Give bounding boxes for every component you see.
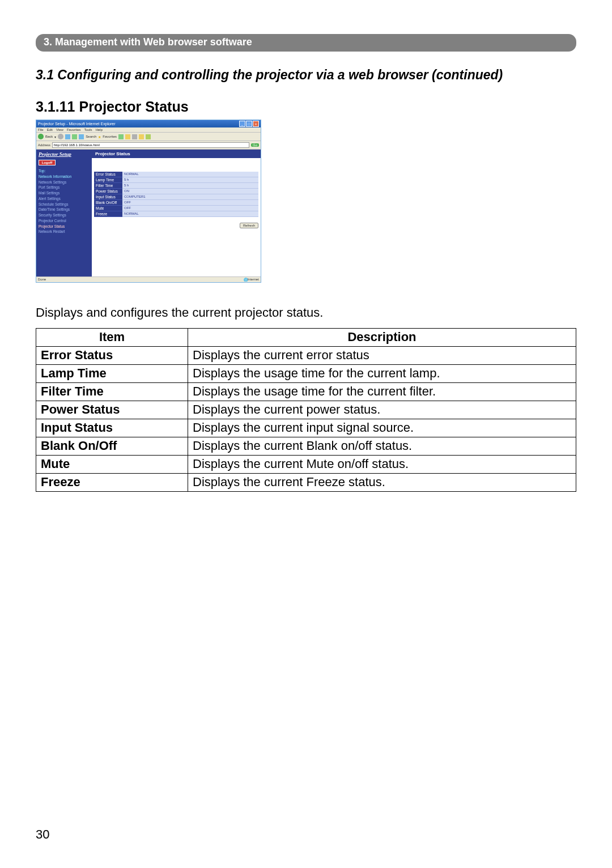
menu-item[interactable]: Edit	[47, 128, 53, 131]
status-row: FreezeNORMAL	[94, 211, 258, 217]
zone-icon: 🌐	[244, 278, 248, 282]
window-titlebar: Projector Setup - Microsoft Internet Exp…	[36, 120, 261, 127]
sidebar-item[interactable]: Mail Settings	[39, 190, 90, 196]
refresh-icon[interactable]	[72, 134, 77, 139]
table-cell-desc: Displays the current Blank on/off status…	[188, 437, 576, 456]
window-title: Projector Setup - Microsoft Internet Exp…	[38, 122, 116, 126]
status-value: ON	[122, 189, 258, 194]
back-icon[interactable]	[38, 134, 44, 139]
description-table: Item Description Error StatusDisplays th…	[36, 328, 576, 492]
table-cell-item: Lamp Time	[36, 365, 188, 383]
table-cell-desc: Displays the current input signal source…	[188, 419, 576, 437]
sidebar-item[interactable]: Security Settings	[39, 212, 90, 218]
sidebar-item[interactable]: Network Settings	[39, 180, 90, 185]
sidebar-item[interactable]: Port Settings	[39, 185, 90, 190]
table-cell-item: Error Status	[36, 347, 188, 365]
main-panel: Projector Status Error StatusNORMALLamp …	[92, 150, 261, 276]
print-icon[interactable]	[132, 134, 137, 139]
menu-item[interactable]: View	[56, 128, 63, 131]
home-icon[interactable]	[79, 134, 84, 139]
status-key: Mute	[94, 206, 122, 211]
sidebar-item[interactable]: Network Information	[39, 174, 90, 180]
status-value: 5 h	[122, 177, 258, 183]
address-label: Address	[38, 143, 50, 147]
logoff-button[interactable]: Logoff	[39, 160, 56, 165]
panel-title: Projector Status	[92, 150, 261, 158]
browser-toolbar: Back ▾ Search ★ Favorites	[36, 133, 261, 141]
sidebar-item[interactable]: Schedule Settings	[39, 202, 90, 207]
table-header-item: Item	[36, 329, 188, 347]
status-key: Blank On/Off	[94, 200, 122, 206]
sidebar-item[interactable]: Alert Settings	[39, 196, 90, 202]
mail-icon[interactable]	[125, 134, 130, 139]
status-key: Lamp Time	[94, 177, 122, 183]
status-value: NORMAL	[122, 211, 258, 217]
status-key: Filter Time	[94, 183, 122, 189]
table-cell-item: Filter Time	[36, 383, 188, 401]
status-row: Error StatusNORMAL	[94, 172, 258, 177]
table-row: MuteDisplays the current Mute on/off sta…	[36, 456, 576, 474]
refresh-button[interactable]: Refresh	[240, 223, 258, 228]
sidebar-header: Projector Setup	[39, 151, 90, 157]
address-bar: Address Go	[36, 141, 261, 150]
table-cell-item: Mute	[36, 456, 188, 474]
table-row: Input StatusDisplays the current input s…	[36, 419, 576, 437]
table-cell-desc: Displays the usage time for the current …	[188, 365, 576, 383]
table-cell-item: Blank On/Off	[36, 437, 188, 456]
forward-icon[interactable]	[58, 134, 63, 139]
menu-item[interactable]: Help	[96, 128, 103, 131]
menu-item[interactable]: Favorites	[67, 128, 81, 131]
minimize-icon[interactable]: _	[239, 121, 245, 127]
table-cell-item: Power Status	[36, 401, 188, 419]
body-text: Displays and configures the current proj…	[36, 305, 576, 320]
table-cell-item: Freeze	[36, 474, 188, 492]
sidebar-item[interactable]: Projector Control	[39, 218, 90, 224]
status-key: Input Status	[94, 194, 122, 200]
stop-icon[interactable]	[65, 134, 70, 139]
status-row: Lamp Time5 h	[94, 177, 258, 183]
table-row: Power StatusDisplays the current power s…	[36, 401, 576, 419]
browser-menu-bar: File Edit View Favorites Tools Help	[36, 127, 261, 133]
go-button[interactable]: Go	[251, 143, 259, 147]
sidebar-item[interactable]: Network Restart	[39, 229, 90, 235]
discuss-icon[interactable]	[146, 134, 151, 139]
status-row: Filter Time5 h	[94, 183, 258, 189]
table-header-desc: Description	[188, 329, 576, 347]
maximize-icon[interactable]: □	[246, 121, 252, 127]
status-done: Done	[38, 278, 46, 282]
status-value: NORMAL	[122, 172, 258, 177]
sidebar: Projector Setup Logoff Top:Network Infor…	[36, 150, 92, 276]
status-zone: Internet	[248, 278, 259, 282]
table-cell-desc: Displays the current error status	[188, 347, 576, 365]
table-cell-desc: Displays the current Mute on/off status.	[188, 456, 576, 474]
status-table: Error StatusNORMALLamp Time5 hFilter Tim…	[94, 172, 258, 217]
table-cell-desc: Displays the current power status.	[188, 401, 576, 419]
edit-icon[interactable]	[139, 134, 144, 139]
status-value: COMPUTER1	[122, 194, 258, 200]
sidebar-item[interactable]: Top:	[39, 168, 90, 174]
chapter-heading: 3. Management with Web browser software	[36, 34, 576, 52]
table-cell-desc: Displays the usage time for the current …	[188, 383, 576, 401]
address-input[interactable]	[52, 142, 249, 148]
section-title: 3.1 Configuring and controlling the proj…	[36, 67, 576, 83]
status-row: Input StatusCOMPUTER1	[94, 194, 258, 200]
favorites-label[interactable]: Favorites	[103, 135, 117, 138]
back-label: Back	[45, 135, 53, 138]
sidebar-item[interactable]: Date/Time Settings	[39, 207, 90, 212]
sidebar-item[interactable]: Projector Status	[39, 224, 90, 229]
search-label[interactable]: Search	[86, 135, 96, 138]
screenshot-browser-window: Projector Setup - Microsoft Internet Exp…	[36, 120, 261, 283]
status-row: MuteOFF	[94, 206, 258, 211]
table-row: Lamp TimeDisplays the usage time for the…	[36, 365, 576, 383]
status-row: Blank On/OffOFF	[94, 200, 258, 206]
close-icon[interactable]: ×	[253, 121, 259, 127]
subsection-title: 3.1.11 Projector Status	[36, 99, 576, 115]
status-key: Power Status	[94, 189, 122, 194]
page-number: 30	[36, 827, 49, 842]
status-value: 5 h	[122, 183, 258, 189]
table-row: Filter TimeDisplays the usage time for t…	[36, 383, 576, 401]
menu-item[interactable]: Tools	[84, 128, 92, 131]
table-row: FreezeDisplays the current Freeze status…	[36, 474, 576, 492]
menu-item[interactable]: File	[38, 128, 44, 131]
history-icon[interactable]	[118, 134, 124, 139]
